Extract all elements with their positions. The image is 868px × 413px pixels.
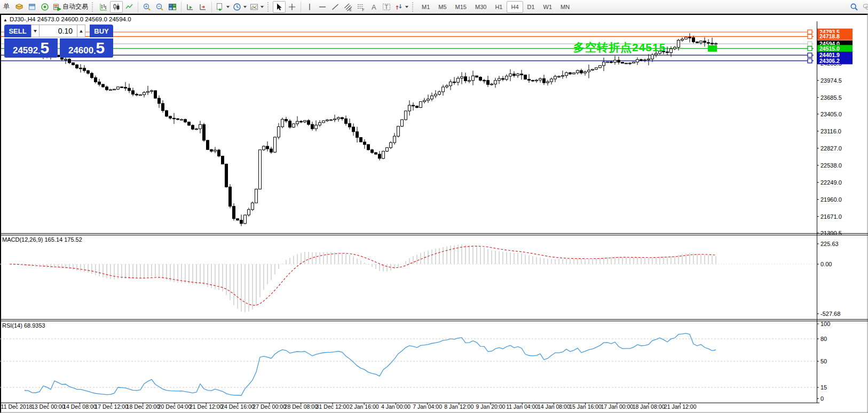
svg-text:24306.2: 24306.2 <box>819 58 840 64</box>
svg-text:21 Jan 12:00: 21 Jan 12:00 <box>664 403 697 410</box>
svg-text:0.00: 0.00 <box>820 261 832 267</box>
text-label-button[interactable]: T <box>380 1 393 13</box>
vertical-line-button[interactable] <box>303 1 316 13</box>
clock-icon <box>233 3 241 11</box>
templates-button[interactable] <box>248 1 265 13</box>
order-book-button[interactable] <box>13 1 26 13</box>
search-button[interactable] <box>848 1 861 13</box>
timeframe-m1-button[interactable]: M1 <box>417 1 434 13</box>
triangle-up-icon <box>80 30 83 33</box>
dropdown-caret-icon <box>243 6 247 8</box>
svg-text:24515.0: 24515.0 <box>819 45 840 52</box>
new-chart-button[interactable] <box>214 1 231 13</box>
autotrading-button[interactable]: 自动交易 <box>51 1 90 13</box>
candlestick-chart-icon <box>112 3 121 11</box>
bar-chart-icon <box>99 3 108 11</box>
bar-chart-button[interactable] <box>97 1 110 13</box>
sell-button[interactable]: SELL <box>4 25 31 37</box>
volume-increase-button[interactable] <box>77 25 85 37</box>
buy-price-display[interactable]: 24600 . 5 <box>60 38 113 58</box>
chat-icon <box>863 3 868 11</box>
toolbar-separator <box>181 2 182 12</box>
chart-shift-icon <box>199 3 207 11</box>
timeframe-m30-button[interactable]: M30 <box>471 1 491 13</box>
arrows-button[interactable] <box>393 1 410 13</box>
timeframe-mn-button[interactable]: MN <box>556 1 574 13</box>
timeframe-m15-button[interactable]: M15 <box>451 1 471 13</box>
new-order-button[interactable]: 单 <box>0 1 13 13</box>
svg-text:11 Dec 2018: 11 Dec 2018 <box>1 403 33 410</box>
auto-scroll-button[interactable] <box>184 1 196 13</box>
fibonacci-button[interactable]: F <box>354 1 367 13</box>
svg-text:17 Dec 12:00: 17 Dec 12:00 <box>94 403 128 410</box>
svg-text:4 Jan 00:00: 4 Jan 00:00 <box>381 403 411 410</box>
svg-text:F: F <box>362 7 365 11</box>
chat-button[interactable] <box>861 1 868 13</box>
tile-windows-button[interactable] <box>166 1 179 13</box>
text-icon: A <box>369 3 378 11</box>
signal-icon <box>41 3 49 11</box>
svg-text:13 Dec 00:00: 13 Dec 00:00 <box>31 403 65 410</box>
zoom-in-button[interactable] <box>140 1 153 13</box>
cursor-button[interactable] <box>273 1 286 13</box>
svg-text:A: A <box>372 3 376 11</box>
dropdown-caret-icon <box>226 6 230 8</box>
buy-button[interactable]: BUY <box>90 25 113 37</box>
svg-text:-527.68: -527.68 <box>820 311 840 317</box>
svg-text:21960.0: 21960.0 <box>820 196 842 203</box>
main-toolbar: 单 自动交易 <box>0 0 868 14</box>
auto-scroll-icon <box>186 3 194 11</box>
timeframe-h4-button[interactable]: H4 <box>507 1 523 13</box>
svg-text:23405.0: 23405.0 <box>820 111 842 117</box>
fibonacci-icon: F <box>357 3 365 11</box>
timeframe-m5-button[interactable]: M5 <box>434 1 451 13</box>
annotation-text[interactable]: 多空转折点24515 <box>573 40 666 55</box>
crosshair-button[interactable] <box>286 1 298 13</box>
svg-text:14 Dec 08:00: 14 Dec 08:00 <box>63 403 97 410</box>
crosshair-icon <box>288 3 296 11</box>
sell-price-dec: 5 <box>40 40 49 56</box>
horizontal-line-icon <box>318 3 327 11</box>
svg-text:15: 15 <box>820 384 827 391</box>
sell-price-display[interactable]: 24592 . 5 <box>4 38 58 58</box>
volume-decrease-button[interactable] <box>31 25 40 37</box>
svg-text:23685.5: 23685.5 <box>820 94 842 101</box>
vertical-line-icon <box>305 3 314 11</box>
text-button[interactable]: A <box>367 1 380 13</box>
svg-text:100: 100 <box>820 321 830 327</box>
svg-text:18 Jan 08:00: 18 Jan 08:00 <box>633 403 665 410</box>
svg-text:17 Jan 00:00: 17 Jan 00:00 <box>601 403 633 410</box>
data-window-button[interactable] <box>26 1 38 13</box>
chart-canvas[interactable]: 24263.523974.523685.523405.023116.022827… <box>0 14 868 413</box>
svg-text:9 Jan 20:00: 9 Jan 20:00 <box>476 403 506 410</box>
timeframe-h1-button[interactable]: H1 <box>491 1 507 13</box>
autotrading-icon <box>53 3 61 11</box>
text-label-icon: T <box>382 3 391 11</box>
periods-button[interactable] <box>231 1 248 13</box>
svg-text:225.63: 225.63 <box>820 241 839 247</box>
chart-title-text: DJ30-,H4 24573.0 24600.0 24569.0 24594.0 <box>10 16 131 22</box>
volume-input[interactable] <box>40 25 77 37</box>
toolbar-gripper <box>412 2 415 12</box>
timeframe-d1-button[interactable]: D1 <box>523 1 539 13</box>
equidistant-channel-button[interactable]: E <box>342 1 354 13</box>
line-chart-button[interactable] <box>123 1 136 13</box>
collapse-arrow-icon[interactable]: ▲ <box>3 18 7 22</box>
price-badges: 24793.524718.824594.024515.024401.924306… <box>817 29 853 65</box>
template-icon <box>250 3 258 11</box>
svg-text:22827.0: 22827.0 <box>820 145 842 152</box>
trendline-icon <box>331 3 340 11</box>
timeframe-w1-button[interactable]: W1 <box>539 1 557 13</box>
window-icon <box>28 3 36 11</box>
svg-text:20 Dec 04:00: 20 Dec 04:00 <box>158 403 192 410</box>
toolbar-separator <box>301 2 301 12</box>
new-order-label: 单 <box>3 2 10 11</box>
svg-text:18 Dec 20:00: 18 Dec 20:00 <box>127 403 160 410</box>
triangle-down-icon <box>34 30 37 33</box>
zoom-out-button[interactable] <box>153 1 166 13</box>
chart-shift-button[interactable] <box>196 1 209 13</box>
trendline-button[interactable] <box>329 1 342 13</box>
horizontal-line-button[interactable] <box>316 1 329 13</box>
signal-service-button[interactable] <box>38 1 51 13</box>
candlestick-chart-button[interactable] <box>110 1 123 13</box>
